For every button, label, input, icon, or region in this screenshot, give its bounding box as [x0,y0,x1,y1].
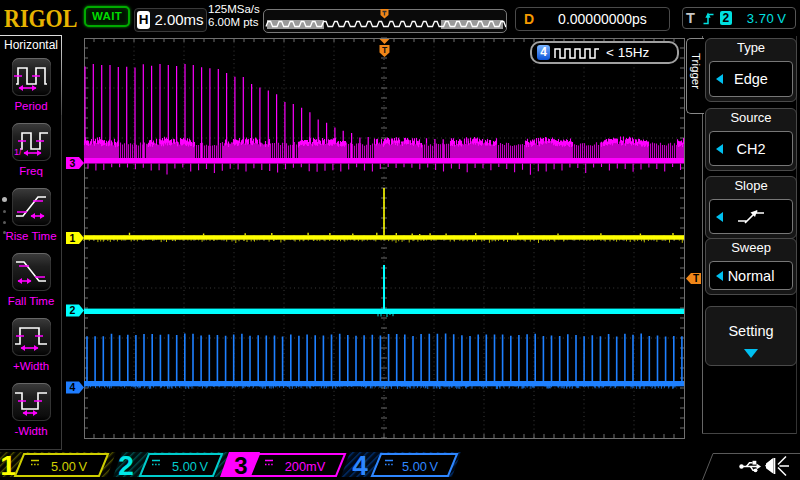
svg-text:1: 1 [70,232,76,244]
svg-text:T: T [382,45,388,55]
svg-text:3: 3 [70,157,76,169]
svg-text:4: 4 [70,381,76,393]
svg-text:2: 2 [118,450,134,480]
svg-text:3: 3 [234,452,247,479]
svg-text:5.00 V: 5.00 V [402,459,438,474]
svg-text:1: 1 [0,450,16,480]
svg-text:2: 2 [70,304,76,316]
svg-text:4: 4 [352,450,368,480]
svg-text:200mV: 200mV [285,459,326,474]
svg-text:5.00 V: 5.00 V [172,459,208,474]
svg-text:T: T [693,273,699,284]
svg-text:1/: 1/ [14,147,22,156]
svg-text:5.00 V: 5.00 V [51,459,87,474]
